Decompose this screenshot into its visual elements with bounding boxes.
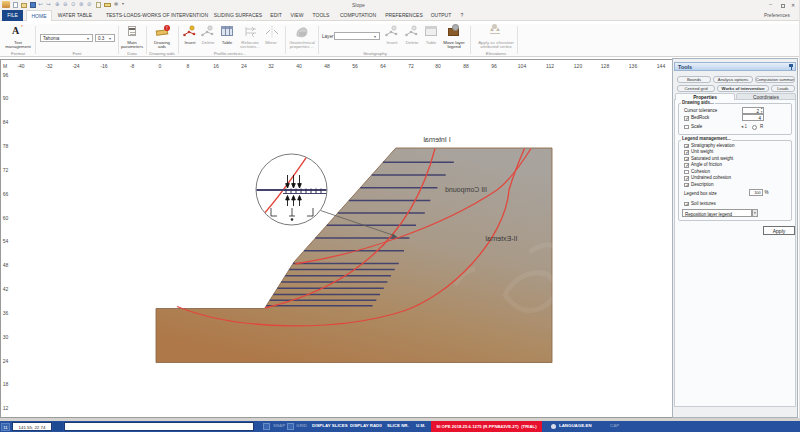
svg-text:II-External: II-External bbox=[485, 235, 517, 242]
svg-text:I Internal: I Internal bbox=[423, 136, 451, 143]
svg-text:III Compound: III Compound bbox=[445, 186, 487, 194]
